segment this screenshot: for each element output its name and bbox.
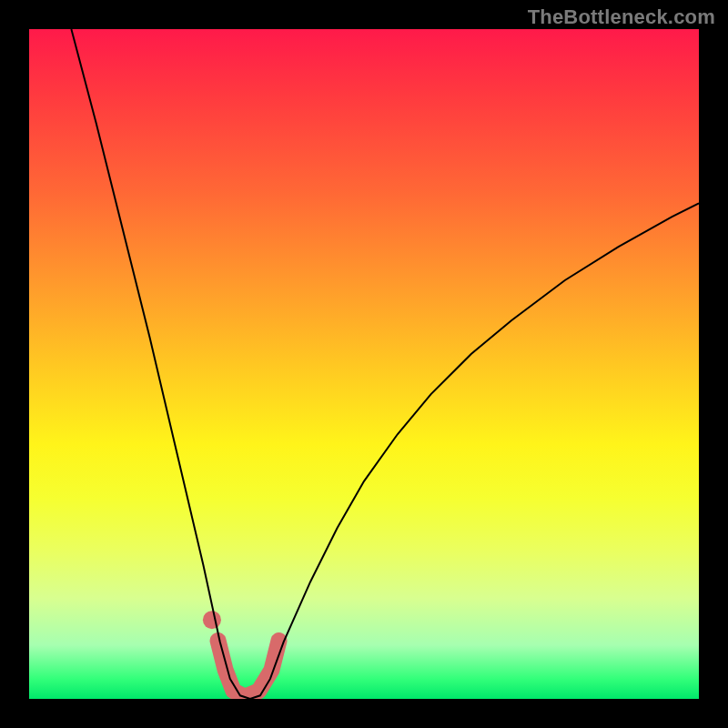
bottleneck-curve [71, 29, 699, 699]
chart-svg [29, 29, 699, 699]
chart-frame: TheBottleneck.com [0, 0, 728, 728]
watermark-text: TheBottleneck.com [528, 5, 715, 29]
plot-area [29, 29, 699, 699]
valley-dot [203, 611, 221, 629]
